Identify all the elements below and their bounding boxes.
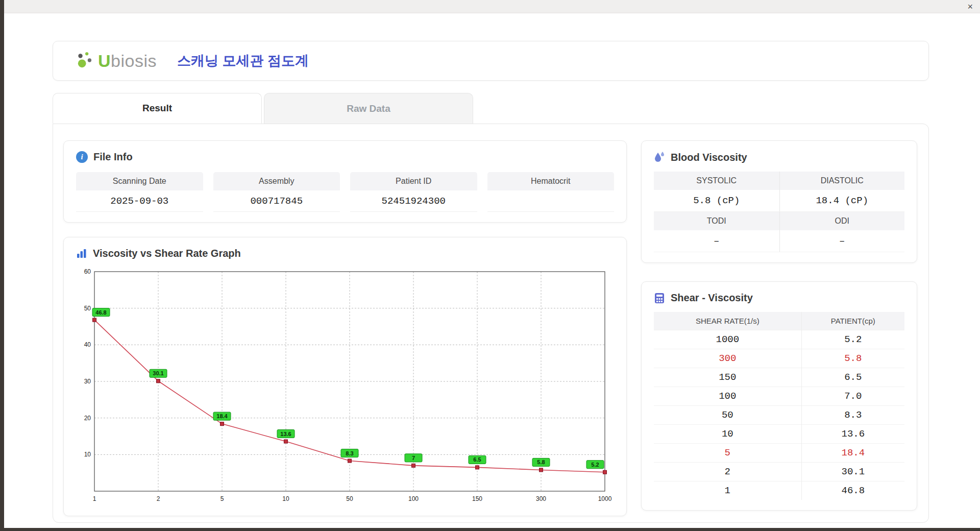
cell-shear-rate: 300 [654, 349, 801, 368]
shear-viscosity-title: Shear - Viscosity [671, 292, 753, 304]
tab-raw-data[interactable]: Raw Data [264, 93, 473, 124]
x-tick-label: 100 [408, 495, 419, 502]
table-row: 10005.2 [654, 330, 904, 349]
data-point [412, 464, 415, 467]
x-tick-label: 50 [346, 495, 353, 502]
y-tick-label: 60 [84, 268, 91, 275]
cell-shear-rate: 1 [654, 481, 801, 500]
point-label: 5.2 [591, 462, 599, 468]
cell-patient: 30.1 [801, 463, 904, 481]
cell-patient: 5.2 [801, 330, 904, 349]
cell-patient: 5.8 [801, 349, 904, 368]
point-label: 13.6 [280, 431, 291, 437]
blood-viscosity-title: Blood Viscosity [671, 152, 747, 163]
cell-shear-rate: 1000 [654, 330, 801, 349]
file-info-fields: Scanning Date2025-09-03Assembly000717845… [76, 172, 614, 212]
cell-patient: 6.5 [801, 368, 904, 387]
bv-header-todi: TODI [654, 212, 779, 230]
x-tick-label: 150 [472, 495, 482, 502]
shear-viscosity-card: Shear - Viscosity SHEAR RATE(1/s) PATIEN… [641, 281, 917, 511]
y-tick-label: 30 [84, 378, 91, 385]
close-icon[interactable]: × [967, 2, 973, 11]
data-point [540, 468, 543, 472]
file-info-title: File Info [93, 151, 133, 163]
field-label: Scanning Date [76, 172, 203, 190]
info-icon: i [76, 151, 88, 163]
point-label: 46.8 [95, 309, 106, 316]
cell-patient: 7.0 [801, 387, 904, 406]
ubiosis-logo-icon [75, 50, 96, 71]
cell-patient: 46.8 [801, 481, 904, 500]
x-tick-label: 300 [536, 495, 546, 502]
field-label: Hematocrit [487, 172, 615, 190]
tab-result[interactable]: Result [53, 93, 262, 124]
table-row: 1007.0 [654, 387, 904, 406]
bv-header-systolic: SYSTOLIC [654, 172, 779, 190]
viscosity-chart: 1020304050601251050100150300100046.830.1… [76, 266, 612, 505]
table-row: 508.3 [654, 406, 904, 425]
graph-title: Viscosity vs Shear Rate Graph [93, 248, 241, 259]
data-point [284, 440, 288, 443]
cell-shear-rate: 5 [654, 444, 801, 463]
file-info-card: i File Info Scanning Date2025-09-03Assem… [63, 140, 627, 223]
table-row: 146.8 [654, 481, 904, 500]
blood-viscosity-grid: SYSTOLICDIASTOLIC5.8 (cP)18.4 (cP)TODIOD… [654, 172, 904, 252]
field-value: 2025-09-03 [76, 190, 203, 212]
cell-shear-rate: 100 [654, 387, 801, 406]
app-header: Ubiosis 스캐닝 모세관 점도계 [53, 41, 929, 81]
field-value: 52451924300 [350, 190, 477, 212]
left-column: i File Info Scanning Date2025-09-03Assem… [63, 140, 627, 516]
cell-shear-rate: 50 [654, 406, 801, 425]
x-tick-label: 5 [220, 495, 224, 502]
app-content: Ubiosis 스캐닝 모세관 점도계 Result Raw Data i Fi… [4, 13, 980, 528]
shear-viscosity-title-row: Shear - Viscosity [654, 292, 904, 304]
viscosity-graph-card: Viscosity vs Shear Rate Graph 1020304050… [63, 237, 627, 516]
droplet-icon [654, 151, 665, 163]
table-header-row: SHEAR RATE(1/s) PATIENT(cp) [654, 312, 904, 330]
cell-shear-rate: 150 [654, 368, 801, 387]
cell-shear-rate: 10 [654, 425, 801, 444]
field-label: Assembly [213, 172, 340, 190]
bar-chart-icon [76, 248, 87, 259]
col-patient: PATIENT(cp) [801, 312, 904, 330]
y-tick-label: 40 [84, 341, 91, 348]
table-row: 518.4 [654, 444, 904, 463]
field-value [487, 190, 615, 212]
cell-patient: 8.3 [801, 406, 904, 425]
blood-viscosity-card: Blood Viscosity SYSTOLICDIASTOLIC5.8 (cP… [641, 140, 917, 263]
bv-value-systolic: 5.8 (cP) [654, 190, 779, 212]
point-label: 7 [412, 455, 415, 461]
data-point [157, 379, 160, 383]
shear-viscosity-table: SHEAR RATE(1/s) PATIENT(cp) 10005.23005.… [654, 312, 904, 500]
cell-shear-rate: 2 [654, 463, 801, 481]
app-window: × Ubiosis 스캐닝 모세관 점도계 Result Raw Data [4, 0, 980, 528]
file-info-field: Patient ID52451924300 [350, 172, 477, 212]
point-label: 18.4 [216, 413, 228, 419]
calculator-icon [654, 293, 665, 304]
blood-viscosity-title-row: Blood Viscosity [654, 151, 904, 163]
data-point [348, 459, 352, 463]
x-tick-label: 2 [157, 495, 160, 502]
x-tick-label: 1 [93, 495, 96, 502]
table-row: 3005.8 [654, 349, 904, 368]
bv-header-diastolic: DIASTOLIC [779, 172, 905, 190]
tab-bar: Result Raw Data [53, 93, 929, 124]
data-point [220, 422, 224, 426]
file-info-field: Hematocrit [487, 172, 615, 212]
bv-header-odi: ODI [779, 212, 905, 230]
data-point [93, 318, 96, 322]
page-title: 스캐닝 모세관 점도계 [177, 52, 309, 70]
graph-title-row: Viscosity vs Shear Rate Graph [76, 248, 614, 259]
y-tick-label: 10 [84, 451, 91, 458]
file-info-field: Assembly000717845 [213, 172, 340, 212]
ubiosis-logo: Ubiosis [75, 50, 157, 71]
file-info-field: Scanning Date2025-09-03 [76, 172, 203, 212]
result-panel: i File Info Scanning Date2025-09-03Assem… [53, 124, 929, 523]
bv-value-diastolic: 18.4 (cP) [779, 190, 905, 212]
table-row: 1013.6 [654, 425, 904, 444]
y-tick-label: 50 [84, 305, 91, 312]
chart-wrap: 1020304050601251050100150300100046.830.1… [76, 266, 614, 505]
data-point [603, 470, 607, 474]
bv-value-odi: – [779, 230, 905, 252]
point-label: 30.1 [153, 370, 163, 376]
